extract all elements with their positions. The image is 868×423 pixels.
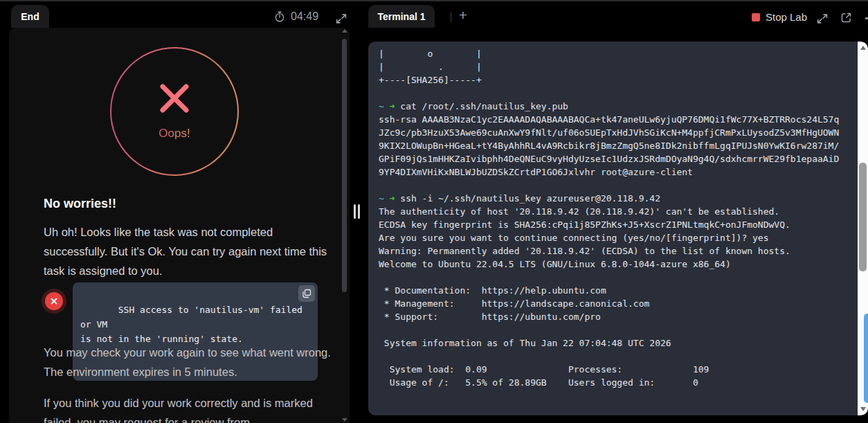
- oops-label: Oops!: [159, 127, 190, 141]
- tab-end[interactable]: End: [11, 5, 49, 28]
- tab-terminal-label: Terminal 1: [378, 11, 426, 22]
- tab-end-label: End: [21, 11, 39, 22]
- copy-button[interactable]: [298, 285, 315, 302]
- app-window: End 04:49 Oops! No worries!! Uh oh!: [0, 0, 868, 423]
- terminal-scrollbar[interactable]: [858, 42, 868, 415]
- grip-bar: [354, 204, 356, 219]
- scroll-down-icon[interactable]: [342, 418, 347, 422]
- panel-resize-handle[interactable]: [354, 204, 360, 219]
- error-badge-icon: [45, 292, 63, 310]
- tab-separator: [451, 12, 451, 22]
- stop-icon: [752, 13, 760, 21]
- left-scrollbar[interactable]: [341, 29, 347, 422]
- clipped-edge-icon: [865, 17, 868, 19]
- terminal-output: | o || . |+----[SHA256]-----+ ~ ➜ cat /r…: [379, 47, 854, 415]
- left-scrollbar-thumb[interactable]: [342, 39, 347, 292]
- fullscreen-icon[interactable]: [336, 13, 347, 24]
- stop-lab-label: Stop Lab: [766, 11, 807, 23]
- add-terminal-button[interactable]: +: [456, 8, 470, 22]
- terminal-fullscreen-icon[interactable]: [817, 13, 828, 24]
- stop-lab-button[interactable]: Stop Lab: [752, 11, 807, 23]
- oops-circle: Oops!: [110, 47, 239, 176]
- failed-x-icon: [157, 81, 192, 116]
- review-request-text: If you think you did your work correctly…: [44, 393, 320, 423]
- check-work-text: You may check your work again to see wha…: [44, 343, 331, 381]
- open-external-icon[interactable]: [840, 12, 852, 24]
- terminal-panel[interactable]: | o || . |+----[SHA256]-----+ ~ ➜ cat /r…: [368, 42, 868, 415]
- oops-circle-inner: Oops!: [111, 48, 237, 174]
- copy-icon: [302, 289, 311, 298]
- lab-timer: 04:49: [274, 10, 318, 23]
- window-top-edge: [0, 0, 868, 1]
- error-x-glyph: [50, 297, 58, 305]
- result-description: Uh oh! Looks like the task was not compl…: [44, 222, 334, 280]
- grip-bar: [358, 204, 360, 219]
- result-panel: Oops! No worries!! Uh oh! Looks like the…: [9, 28, 350, 423]
- terminal-scroll-down-icon[interactable]: [860, 407, 866, 411]
- stopwatch-icon: [274, 11, 285, 22]
- scroll-up-icon[interactable]: [342, 29, 347, 33]
- terminal-scroll-up-icon[interactable]: [860, 46, 866, 50]
- error-message: SSH access to 'nautilus-vm' failed or VM…: [80, 305, 308, 344]
- terminal-scrollbar-thumb[interactable]: [859, 163, 867, 271]
- page-scrollbar-fragment[interactable]: [864, 314, 868, 403]
- result-heading: No worries!!: [44, 197, 116, 211]
- timer-value: 04:49: [291, 10, 318, 23]
- tab-terminal-1[interactable]: Terminal 1: [368, 5, 435, 28]
